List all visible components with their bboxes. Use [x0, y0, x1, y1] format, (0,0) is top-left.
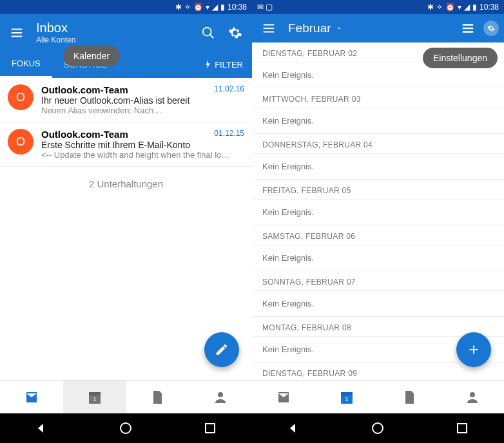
- page-title: Inbox: [36, 21, 189, 35]
- email-sender: Outlook.com-Team: [41, 129, 128, 140]
- email-item[interactable]: O Outlook.com-Team 01.12.15 Erste Schrit…: [0, 122, 252, 167]
- file-icon: [402, 390, 417, 405]
- calendar-list[interactable]: DIENSTAG, FEBRUAR 02 Kein Ereignis. MITT…: [252, 42, 504, 380]
- calendar-icon: 1: [87, 390, 102, 405]
- status-time: 10:38: [228, 3, 247, 12]
- list-icon: [461, 21, 475, 35]
- wifi-icon: ▾: [458, 3, 461, 12]
- search-button[interactable]: [200, 25, 216, 41]
- svg-rect-12: [458, 424, 467, 433]
- battery-icon: ▮: [220, 3, 225, 12]
- conversation-count: 2 Unterhaltungen: [0, 167, 252, 201]
- svg-rect-2: [89, 392, 101, 395]
- bottom-nav: 1: [252, 380, 504, 413]
- vibrate-icon: ✧: [436, 3, 443, 12]
- no-event: Kein Ereignis.: [252, 245, 504, 271]
- compose-fab[interactable]: [204, 332, 239, 367]
- settings-button[interactable]: [483, 21, 499, 36]
- nav-calendar[interactable]: 1: [63, 381, 126, 413]
- email-body: Outlook.com-Team 11.02.16 Ihr neuer Outl…: [41, 84, 244, 115]
- status-bar: ✉ ▢ ✱ ✧ ⏰ ▾ ◢ ▮ 10:38: [252, 0, 504, 14]
- chevron-down-icon: [335, 24, 343, 32]
- nav-files[interactable]: [378, 381, 441, 413]
- nav-people[interactable]: [441, 381, 504, 413]
- system-nav: [0, 413, 252, 443]
- no-event: Kein Ereignis.: [252, 108, 504, 134]
- avatar: O: [8, 84, 34, 110]
- email-subject: Ihr neuer Outlook.com-Alias ist bereit: [41, 95, 244, 106]
- day-header: FREITAG, FEBRUAR 05: [252, 180, 504, 200]
- day-header: DONNERSTAG, FEBRUAR 04: [252, 134, 504, 154]
- file-icon: [150, 390, 165, 405]
- email-sender: Outlook.com-Team: [41, 84, 128, 95]
- calendar-icon: 1: [339, 390, 354, 405]
- mail-icon: [276, 390, 291, 405]
- app-bar: Inbox Alle Konten: [0, 14, 252, 51]
- back-button[interactable]: [34, 420, 50, 436]
- mail-icon: [24, 390, 39, 405]
- add-event-fab[interactable]: [456, 332, 491, 367]
- svg-rect-8: [341, 392, 353, 395]
- tabs: FOKUS SONSTIGE FILTER Kalender: [0, 51, 252, 78]
- menu-button[interactable]: [9, 25, 24, 41]
- phone-inbox: ✱ ✧ ⏰ ▾ ◢ ▮ 10:38 Inbox Alle Konten FOKU…: [0, 0, 252, 443]
- avatar: O: [8, 129, 34, 155]
- email-body: Outlook.com-Team 01.12.15 Erste Schritte…: [41, 129, 244, 160]
- nav-mail[interactable]: [252, 381, 315, 413]
- filter-button[interactable]: FILTER: [195, 60, 252, 70]
- nav-calendar[interactable]: 1: [315, 381, 378, 413]
- hamburger-icon: [262, 21, 276, 35]
- recent-button[interactable]: [202, 420, 218, 436]
- status-time: 10:38: [480, 3, 499, 12]
- person-icon: [213, 390, 228, 405]
- lightning-icon: [204, 60, 212, 69]
- back-button[interactable]: [286, 420, 302, 436]
- svg-point-11: [373, 423, 383, 433]
- settings-button[interactable]: [228, 25, 243, 41]
- svg-text:1: 1: [345, 396, 348, 402]
- menu-button[interactable]: [261, 21, 276, 36]
- view-toggle-button[interactable]: [460, 21, 476, 36]
- day-header: SAMSTAG, FEBRUAR 06: [252, 225, 504, 245]
- bottom-nav: 1: [0, 380, 252, 413]
- svg-point-10: [470, 392, 475, 397]
- vibrate-icon: ✧: [184, 3, 191, 12]
- month-dropdown[interactable]: Februar: [288, 21, 343, 35]
- nav-files[interactable]: [126, 381, 189, 413]
- person-icon: [465, 390, 480, 405]
- pencil-icon: [215, 343, 229, 357]
- nav-people[interactable]: [189, 381, 252, 413]
- tooltip-calendar: Kalender: [63, 46, 120, 66]
- svg-text:1: 1: [93, 396, 96, 402]
- month-title: Februar: [288, 21, 331, 35]
- tooltip-settings: Einstellungen: [423, 48, 498, 68]
- recent-button[interactable]: [454, 420, 470, 436]
- signal-icon: ◢: [212, 3, 218, 12]
- svg-point-5: [121, 423, 131, 433]
- svg-point-0: [203, 27, 211, 35]
- alarm-icon: ⏰: [445, 3, 455, 12]
- search-icon: [201, 26, 215, 40]
- hamburger-icon: [10, 26, 24, 40]
- gear-icon: [487, 21, 495, 35]
- svg-point-4: [218, 392, 223, 397]
- battery-icon: ▮: [472, 3, 477, 12]
- filter-label: FILTER: [215, 60, 243, 70]
- title-block: Inbox Alle Konten: [36, 21, 189, 44]
- home-button[interactable]: [370, 420, 385, 436]
- home-button[interactable]: [118, 420, 133, 436]
- system-nav: [252, 413, 504, 443]
- email-date: 01.12.15: [214, 129, 244, 140]
- signal-icon: ◢: [464, 3, 470, 12]
- bluetooth-icon: ✱: [427, 3, 434, 12]
- page-subtitle: Alle Konten: [36, 35, 189, 44]
- alarm-icon: ⏰: [193, 3, 203, 12]
- email-item[interactable]: O Outlook.com-Team 11.02.16 Ihr neuer Ou…: [0, 78, 252, 122]
- email-preview: Neuen Alias verwenden: Nach…: [41, 106, 244, 115]
- day-header: SONNTAG, FEBRUAR 07: [252, 271, 504, 291]
- no-event: Kein Ereignis.: [252, 200, 504, 225]
- no-event: Kein Ereignis.: [252, 154, 504, 180]
- nav-mail[interactable]: [0, 381, 63, 413]
- email-preview: <-- Update the width and height when the…: [41, 150, 244, 160]
- tab-focus[interactable]: FOKUS: [0, 51, 52, 78]
